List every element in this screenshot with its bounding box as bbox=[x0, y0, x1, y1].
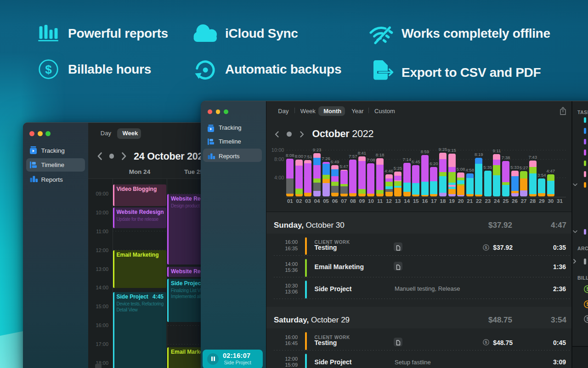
svg-text:$: $ bbox=[485, 245, 487, 250]
svg-text:$: $ bbox=[485, 340, 487, 345]
svg-text:$: $ bbox=[45, 63, 52, 76]
